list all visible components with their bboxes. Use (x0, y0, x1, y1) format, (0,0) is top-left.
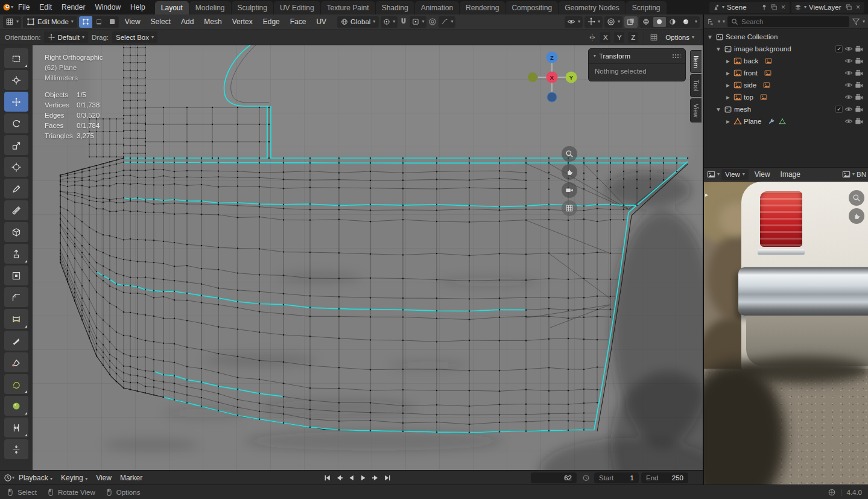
pivot-point-select[interactable]: ▾ (381, 16, 398, 28)
jump-to-end-button[interactable] (382, 472, 393, 483)
new-viewlayer-icon[interactable] (845, 4, 852, 11)
workspace-tab-sculpting[interactable]: Sculpting (232, 1, 273, 14)
camera-view-button[interactable] (562, 182, 577, 198)
drag-mode-select[interactable]: Select Box ▾ (112, 31, 157, 43)
disable-render-camera-icon[interactable] (855, 105, 863, 113)
snap-toggle-icon[interactable] (399, 17, 408, 26)
menu-select[interactable]: Select (147, 14, 175, 29)
tool-knife[interactable] (4, 331, 28, 351)
play-reverse-button[interactable] (346, 472, 356, 483)
workspace-tab-texture-paint[interactable]: Texture Paint (321, 1, 375, 14)
menu-face[interactable]: Face (286, 14, 311, 29)
scene-selector[interactable]: ▾ Scene × (709, 2, 790, 13)
tab-item[interactable]: Item (690, 50, 702, 73)
workspace-tab-animation[interactable]: Animation (415, 1, 459, 14)
disclosure-triangle[interactable]: ▸ (724, 117, 732, 126)
shading-solid-button[interactable] (653, 17, 666, 27)
tool-transform[interactable] (4, 157, 28, 177)
outliner-display-mode-chevron[interactable]: ▾ (723, 19, 725, 24)
filter-icon[interactable] (852, 17, 860, 26)
proportional-editing-icon[interactable] (428, 17, 437, 26)
image-mode-select[interactable]: View ▾ (721, 169, 749, 180)
menu-file[interactable]: File (13, 0, 34, 14)
disclosure-triangle[interactable]: ▸ (724, 57, 732, 65)
mode-select[interactable]: Edit Mode ▾ (23, 16, 77, 28)
pan-button[interactable] (562, 164, 577, 180)
outliner-row-image-background[interactable]: ▾ image background ✓ (704, 43, 868, 55)
unlink-scene-button[interactable]: × (780, 3, 787, 11)
menu-add[interactable]: Add (177, 14, 198, 29)
workspace-tab-geometry-nodes[interactable]: Geometry Nodes (559, 1, 626, 14)
shading-options-chevron[interactable]: ▾ (693, 19, 699, 24)
workspace-tab-rendering[interactable]: Rendering (460, 1, 505, 14)
xray-toggle[interactable] (624, 16, 638, 28)
tool-options-select[interactable]: Options ▾ (662, 31, 698, 43)
next-keyframe-button[interactable] (370, 472, 381, 483)
menu-image[interactable]: Image (776, 167, 805, 182)
proportional-falloff-select[interactable]: ▾ (439, 16, 455, 28)
transform-orientation-select[interactable]: Global ▾ (337, 16, 379, 28)
image-editor-chevron[interactable]: ▾ (717, 172, 720, 177)
outliner-editor-chevron[interactable]: ▾ (718, 19, 720, 24)
viewport-canvas[interactable] (0, 45, 703, 470)
collection-checkbox[interactable]: ✓ (835, 45, 843, 52)
snap-settings-select[interactable]: ▾ (410, 16, 426, 28)
tool-select-box[interactable] (4, 48, 28, 68)
disclosure-triangle[interactable]: ▾ (706, 33, 714, 41)
gizmo-z-neg-axis[interactable] (547, 92, 557, 102)
select-mode-face-button[interactable] (106, 16, 119, 28)
select-mode-vertex-button[interactable] (79, 16, 92, 28)
menu-edit[interactable]: Edit (34, 0, 57, 14)
tool-loop-cut[interactable] (4, 309, 28, 329)
disable-render-camera-icon[interactable] (855, 69, 863, 77)
reference-image-view[interactable]: ▸ (704, 182, 868, 485)
menu-view[interactable]: View (121, 14, 145, 29)
editor-type-select[interactable]: ▾ (3, 16, 21, 28)
outliner-row-plane[interactable]: ▸ Plane (704, 115, 868, 127)
current-frame-field[interactable]: 62 (531, 472, 577, 483)
mirror-z-button[interactable]: Z (628, 32, 638, 43)
outliner-row-side[interactable]: ▸ side (704, 79, 868, 91)
disclosure-triangle[interactable]: ▸ (724, 81, 732, 89)
select-mode-edge-button[interactable] (92, 16, 106, 28)
show-object-types-select[interactable]: ▾ (565, 16, 583, 28)
remove-viewlayer-button[interactable]: × (855, 3, 861, 11)
timeline-editor-icon[interactable] (4, 474, 12, 482)
pin-icon[interactable] (761, 4, 768, 11)
new-scene-icon[interactable] (770, 4, 778, 11)
outliner-row-back[interactable]: ▸ back (704, 55, 868, 67)
image-datablock-chevron[interactable]: ▾ (852, 172, 855, 177)
menu-edge[interactable]: Edge (259, 14, 284, 29)
workspace-tab-layout[interactable]: Layout (155, 1, 189, 14)
orientation-select[interactable]: Default ▾ (44, 31, 87, 43)
disable-render-camera-icon[interactable] (855, 81, 863, 89)
menu-image-view[interactable]: View (750, 167, 775, 182)
tool-add-cube[interactable] (4, 222, 28, 242)
region-expand-arrow[interactable]: ▸ (705, 191, 708, 198)
tab-tool[interactable]: Tool (690, 74, 702, 97)
tool-move[interactable] (4, 92, 28, 112)
image-pan-button[interactable] (849, 208, 864, 224)
image-editor-icon[interactable] (707, 170, 715, 179)
menu-timeline-view[interactable]: View (92, 471, 116, 485)
outliner-editor-icon[interactable] (707, 17, 715, 26)
tool-bevel[interactable] (4, 287, 28, 307)
menu-keying[interactable]: Keying ▾ (57, 471, 92, 485)
tool-scale[interactable] (4, 135, 28, 155)
frame-end-field[interactable]: End250 (641, 472, 688, 483)
disclosure-triangle[interactable]: ▾ (715, 105, 722, 113)
panel-collapse-chevron[interactable]: ▾ (594, 54, 596, 59)
disable-render-camera-icon[interactable] (855, 93, 863, 101)
gizmos-select[interactable]: ▾ (584, 16, 603, 28)
viewport-3d[interactable]: Right Orthographic (62) Plane Millimeter… (0, 45, 703, 470)
play-button[interactable] (358, 472, 369, 483)
tool-spin[interactable] (4, 374, 28, 394)
menu-marker[interactable]: Marker (116, 471, 147, 485)
hide-eye-icon[interactable] (844, 117, 853, 126)
workspace-tab-uv-editing[interactable]: UV Editing (274, 1, 320, 14)
menu-uv[interactable]: UV (312, 14, 331, 29)
mirror-y-button[interactable]: Y (614, 32, 624, 43)
previous-keyframe-button[interactable] (334, 472, 344, 483)
outliner-row-mesh[interactable]: ▾ mesh ✓ (704, 103, 868, 115)
mirror-x-button[interactable]: X (600, 32, 610, 43)
